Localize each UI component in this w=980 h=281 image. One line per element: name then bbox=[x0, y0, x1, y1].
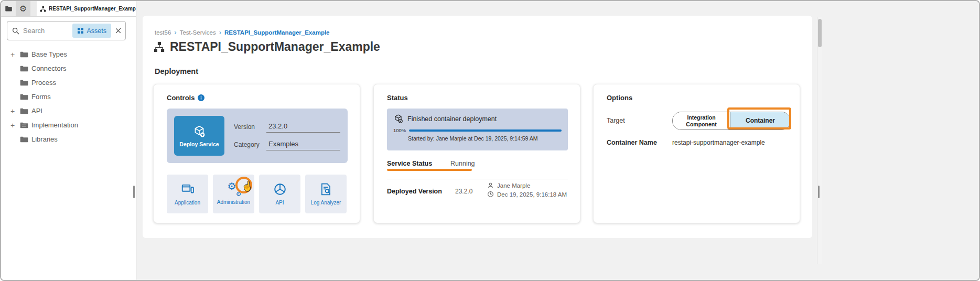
tab-title: RESTAPI_SupportManager_Example bbox=[49, 6, 136, 12]
divider bbox=[387, 179, 568, 179]
log-analyzer-button[interactable]: Log Analyzer bbox=[305, 175, 347, 213]
tree-item-process[interactable]: Process bbox=[1, 75, 136, 90]
version-input[interactable]: 23.2.0 bbox=[266, 122, 340, 133]
sidebar-resize-handle[interactable] bbox=[133, 186, 135, 198]
status-card: Status Finished container deployment 100… bbox=[373, 84, 580, 223]
deployed-version-value: 23.2.0 bbox=[455, 188, 472, 195]
application-button[interactable]: Application bbox=[167, 175, 208, 213]
options-card-title: Options bbox=[607, 94, 632, 102]
deploy-panel: Deploy Service Version 23.2.0 Category E… bbox=[167, 109, 348, 163]
service-status-label: Service Status bbox=[387, 160, 432, 167]
status-message-row: Finished container deployment bbox=[393, 114, 562, 124]
controls-card-title: Controls bbox=[167, 94, 204, 102]
target-label: Target bbox=[607, 117, 625, 124]
deployment-status-panel: Finished container deployment 100% Start… bbox=[387, 109, 568, 150]
folder-icon bbox=[20, 93, 28, 101]
assets-filter-chip[interactable]: Assets bbox=[72, 24, 111, 38]
breadcrumb-project[interactable]: test56 bbox=[155, 29, 171, 36]
options-title-text: Options bbox=[607, 94, 632, 102]
category-input[interactable]: Examples bbox=[266, 139, 340, 150]
tree-item-label: Connectors bbox=[31, 64, 66, 72]
status-title-text: Status bbox=[387, 94, 408, 102]
api-icon bbox=[273, 182, 287, 196]
progress-row: 100% bbox=[393, 127, 562, 133]
deploy-icon bbox=[192, 125, 206, 138]
breadcrumb-current[interactable]: RESTAPI_SupportManager_Example bbox=[224, 29, 329, 36]
page-title: RESTAPI_SupportManager_Example bbox=[170, 40, 380, 54]
deploy-service-button[interactable]: Deploy Service bbox=[174, 116, 224, 156]
deployed-version-label: Deployed Version bbox=[387, 188, 442, 195]
action-label: Application bbox=[175, 200, 200, 206]
deployed-by-name: Jane Marple bbox=[497, 182, 530, 189]
chevron-right-icon: › bbox=[219, 29, 221, 36]
page-header: RESTAPI_SupportManager_Example bbox=[154, 40, 380, 54]
target-option-integration-component[interactable]: Integration Component bbox=[673, 112, 730, 129]
person-icon bbox=[487, 182, 494, 189]
clock-icon bbox=[487, 191, 494, 198]
sidebar: ⚙ RESTAPI_SupportManager_Example Assets bbox=[1, 1, 136, 280]
section-title-deployment: Deployment bbox=[155, 67, 198, 75]
vertical-scrollbar[interactable] bbox=[817, 17, 822, 264]
expand-icon[interactable]: + bbox=[8, 107, 17, 115]
tree-item-label: API bbox=[31, 107, 42, 115]
service-icon bbox=[154, 41, 165, 52]
tree-item-libraries[interactable]: Libraries bbox=[1, 132, 136, 146]
breadcrumb: test56 › Test-Services › RESTAPI_Support… bbox=[155, 29, 330, 36]
settings-button[interactable]: ⚙ bbox=[16, 1, 30, 16]
tree-item-label: Implementation bbox=[31, 121, 78, 129]
app-window: ⚙ RESTAPI_SupportManager_Example Assets bbox=[0, 0, 980, 281]
search-input[interactable] bbox=[23, 27, 72, 35]
target-option-container[interactable]: Container bbox=[730, 112, 790, 129]
tree-item-base-types[interactable]: + Base Types bbox=[1, 47, 136, 61]
folder-icon bbox=[20, 79, 28, 87]
highlight-underline bbox=[387, 169, 472, 171]
deployed-at-row: Dec 19, 2025, 9:16:18 AM bbox=[487, 191, 567, 198]
search-box: Assets bbox=[7, 21, 126, 40]
tree-item-forms[interactable]: Forms bbox=[1, 90, 136, 104]
version-field-row: Version 23.2.0 bbox=[234, 122, 340, 133]
breadcrumb-package[interactable]: Test-Services bbox=[180, 29, 216, 36]
action-label: Log Analyzer bbox=[311, 200, 341, 206]
search-icon bbox=[12, 27, 20, 35]
folder-icon bbox=[20, 107, 28, 115]
progress-percent: 100% bbox=[393, 127, 406, 133]
info-icon[interactable] bbox=[198, 94, 204, 101]
toolbar-spacer bbox=[30, 1, 37, 16]
controls-card: Controls Deploy Service Version 23.2.0 bbox=[153, 84, 360, 223]
deployed-by-row: Jane Marple bbox=[487, 182, 530, 189]
gear-icon: ⚙ bbox=[228, 181, 236, 191]
scrollbar-thumb[interactable] bbox=[818, 19, 822, 47]
container-name-label: Container Name bbox=[607, 139, 657, 146]
close-search-button[interactable] bbox=[115, 27, 122, 34]
api-button[interactable]: API bbox=[259, 175, 300, 213]
tree-item-implementation[interactable]: + Implementation bbox=[1, 118, 136, 132]
category-field-row: Category Examples bbox=[234, 139, 340, 150]
deploy-fields: Version 23.2.0 Category Examples bbox=[234, 122, 340, 150]
started-by-text: Started by: Jane Marple at Dec 19, 2025,… bbox=[408, 135, 562, 142]
folder-icon bbox=[20, 65, 28, 72]
close-icon bbox=[115, 27, 122, 34]
sidebar-toolbar: ⚙ RESTAPI_SupportManager_Example bbox=[1, 1, 136, 17]
action-label: API bbox=[275, 200, 284, 206]
service-status-value: Running bbox=[450, 160, 475, 167]
administration-button[interactable]: ⚙ ⚙ Administration bbox=[213, 175, 254, 213]
status-card-title: Status bbox=[387, 94, 408, 102]
tree-item-connectors[interactable]: Connectors bbox=[1, 61, 136, 75]
expand-icon[interactable]: + bbox=[8, 51, 17, 58]
expand-icon[interactable]: + bbox=[8, 122, 17, 129]
asset-tab[interactable]: RESTAPI_SupportManager_Example bbox=[37, 1, 136, 16]
log-analyzer-icon bbox=[319, 182, 333, 196]
administration-icon: ⚙ ⚙ bbox=[227, 183, 241, 196]
quick-actions: Application ⚙ ⚙ Administration API bbox=[167, 175, 347, 213]
application-icon bbox=[181, 182, 195, 196]
asset-tree: + Base Types Connectors Process Forms + bbox=[1, 47, 136, 146]
panel-resize-handle[interactable] bbox=[818, 186, 820, 198]
deployed-at-value: Dec 19, 2025, 9:16:18 AM bbox=[497, 191, 567, 198]
category-label: Category bbox=[234, 141, 266, 148]
target-toggle: Integration Component Container bbox=[672, 112, 791, 130]
controls-title-text: Controls bbox=[167, 94, 195, 102]
folder-icon bbox=[5, 5, 13, 13]
chevron-right-icon: › bbox=[174, 29, 176, 36]
explorer-button[interactable] bbox=[1, 1, 16, 16]
tree-item-api[interactable]: + API bbox=[1, 104, 136, 118]
